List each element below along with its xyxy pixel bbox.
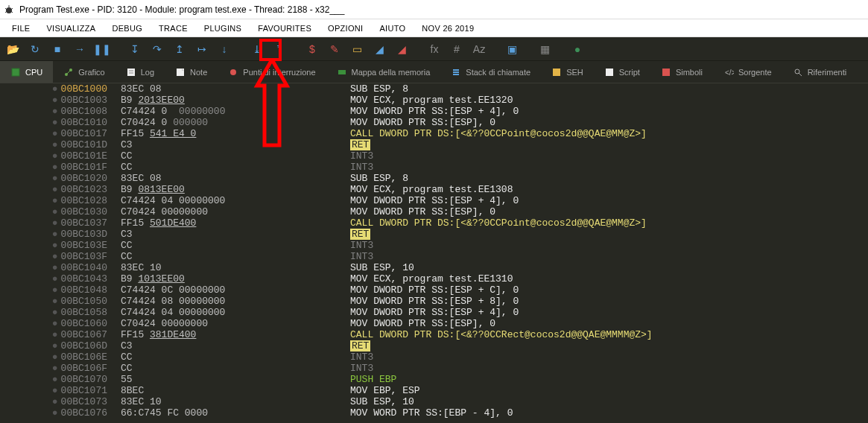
disasm-row[interactable]: ●00BC1043B9 1013EE00MOV ECX, program tes… [0,273,868,284]
disasm-row[interactable]: ●00BC106FCCINT3 [0,363,868,374]
tab-seh[interactable]: SEH [541,61,594,83]
tab-riferimenti[interactable]: Riferimenti [782,61,858,83]
breakpoint-dot[interactable]: ● [52,374,58,385]
disasm-row[interactable]: ●00BC1023B9 0813EE00MOV ECX, program tes… [0,184,868,195]
step-out-icon[interactable]: ↥ [171,41,188,57]
breakpoint-dot[interactable]: ● [52,139,58,150]
breakpoint-dot[interactable]: ● [52,95,58,106]
breakpoint-dot[interactable]: ● [52,128,58,139]
disasm-row[interactable]: ●00BC103ECCINT3 [0,240,868,251]
breakpoint-dot[interactable]: ● [52,217,58,229]
menu-file[interactable]: FILE [4,22,37,35]
menu-aiuto[interactable]: AIUTO [372,22,413,35]
step-down-icon[interactable]: ↓ [216,41,232,57]
breakpoint-dot[interactable]: ● [52,318,58,329]
disasm-row[interactable]: ●00BC106ECCINT3 [0,352,868,363]
folder-open-icon[interactable]: 📂 [4,41,21,57]
patch-list-icon[interactable]: ▭ [349,41,365,57]
trace-over-icon[interactable]: ⤒ [271,41,288,57]
disasm-row[interactable]: ●00BC1003B9 2013EE00MOV ECX, program tes… [0,95,868,106]
menu-favourites[interactable]: FAVOURITES [250,22,319,35]
disasm-row[interactable]: ●00BC1017FF15 541 E4 0CALL DWORD PTR DS:… [0,128,868,139]
stop-icon[interactable]: ■ [49,41,66,57]
breakpoint-dot[interactable]: ● [52,173,58,184]
patch-edit-icon[interactable]: ✎ [326,41,343,57]
breakpoint-dot[interactable]: ● [52,262,58,273]
breakpoint-dot[interactable]: ● [52,150,58,162]
tab-mappa-della-memoria[interactable]: Mappa della memoria [326,61,441,83]
breakpoint-dot[interactable]: ● [52,117,58,128]
disasm-row[interactable]: ●00BC1008C74424 0 00000000MOV DWORD PTR … [0,106,868,117]
menu-visualizza[interactable]: VISUALIZZA [39,22,103,35]
trace-into-icon[interactable]: ⤓ [249,41,265,57]
disasm-row[interactable]: ●00BC1067FF15 381DE400CALL DWORD PTR DS:… [0,329,868,340]
breakpoint-dot[interactable]: ● [52,307,58,318]
breakpoint-dot[interactable]: ● [52,396,58,407]
disasm-row[interactable]: ●00BC103FCCINT3 [0,251,868,262]
disasm-row[interactable]: ●00BC107383EC 10SUB ESP, 10 [0,396,868,407]
breakpoint-dot[interactable]: ● [52,162,58,173]
breakpoint-dot[interactable]: ● [52,206,58,217]
disasm-row[interactable]: ●00BC104083EC 10SUB ESP, 10 [0,262,868,273]
disasm-row[interactable]: ●00BC107666:C745 FC 0000MOV WORD PTR SS:… [0,407,868,419]
tab-punti-di-interruzione[interactable]: Punti di interruzione [218,61,326,83]
tab-cpu[interactable]: CPU [0,61,53,83]
breakpoint-dot[interactable]: ● [52,106,58,117]
breakpoint-dot[interactable]: ● [52,340,58,352]
az-icon[interactable]: Aᴢ [471,41,487,57]
disasm-row[interactable]: ●00BC101FCCINT3 [0,162,868,173]
globe-icon[interactable]: ● [569,41,586,57]
tab-script[interactable]: Script [594,61,650,83]
disasm-row[interactable]: ●00BC1028C74424 04 00000000MOV DWORD PTR… [0,195,868,206]
breakpoint-dot[interactable]: ● [52,329,58,340]
restart-icon[interactable]: ↻ [27,41,43,57]
step-into-icon[interactable]: ↧ [127,41,143,57]
disasm-row[interactable]: ●00BC107055PUSH EBP [0,374,868,385]
tab-grafico[interactable]: Grafico [53,61,115,83]
disasm-row[interactable]: ●00BC10718BECMOV EBP, ESP [0,385,868,396]
screen-icon[interactable]: ▣ [504,41,520,57]
breakpoint-dot[interactable]: ● [52,184,58,195]
disasm-row[interactable]: ●00BC1050C74424 08 00000000MOV DWORD PTR… [0,296,868,307]
disasm-row[interactable]: ●00BC1048C74424 0C 00000000MOV DWORD PTR… [0,284,868,296]
calc-icon[interactable]: ▦ [536,41,553,57]
disasm-row[interactable]: ●00BC1010C70424 0 000000MOV DWORD PTR SS… [0,117,868,128]
breakpoint-dot[interactable]: ● [52,363,58,374]
patch-dollar-icon[interactable]: $ [304,41,320,57]
disasm-row[interactable]: ●00BC1030C70424 00000000MOV DWORD PTR SS… [0,206,868,217]
breakpoint-dot[interactable]: ● [52,195,58,206]
disasm-row[interactable]: ●00BC103DC3RET [0,229,868,240]
patch-red-icon[interactable]: ◢ [393,41,410,57]
pause-icon[interactable]: ❚❚ [94,41,110,57]
fx-icon[interactable]: fx [426,41,443,57]
breakpoint-dot[interactable]: ● [52,296,58,307]
menu-nov-26-2019[interactable]: NOV 26 2019 [414,22,481,35]
disasm-row[interactable]: ●00BC1037FF15 501DE400CALL DWORD PTR DS:… [0,217,868,229]
breakpoint-dot[interactable]: ● [52,352,58,363]
tab-stack-di-chiamate[interactable]: Stack di chiamate [440,61,541,83]
tab-sorgente[interactable]: </>Sorgente [713,61,782,83]
breakpoint-dot[interactable]: ● [52,284,58,296]
tab-note[interactable]: Note [165,61,218,83]
breakpoint-dot[interactable]: ● [52,240,58,251]
breakpoint-dot[interactable]: ● [52,273,58,284]
tab-log[interactable]: Log [115,61,165,83]
disassembly-view[interactable]: ●00BC100083EC 08SUB ESP, 8●00BC1003B9 20… [0,83,868,423]
breakpoint-dot[interactable]: ● [52,407,58,419]
menu-debug[interactable]: DEBUG [104,22,150,35]
run-icon[interactable]: → [72,41,88,57]
hash-icon[interactable]: # [449,41,465,57]
step-icon[interactable]: ↦ [194,41,210,57]
disasm-row[interactable]: ●00BC106DC3RET [0,340,868,352]
breakpoint-dot[interactable]: ● [52,251,58,262]
menu-plugins[interactable]: PLUGINS [197,22,249,35]
disasm-row[interactable]: ●00BC101ECCINT3 [0,150,868,162]
disasm-row[interactable]: ●00BC101DC3RET [0,139,868,150]
breakpoint-dot[interactable]: ● [52,229,58,240]
breakpoint-dot[interactable]: ● [52,83,58,95]
patch-blue-icon[interactable]: ◢ [371,41,387,57]
menu-opzioni[interactable]: OPZIONI [320,22,370,35]
menu-trace[interactable]: TRACE [151,22,195,35]
disasm-row[interactable]: ●00BC1060C70424 00000000MOV DWORD PTR SS… [0,318,868,329]
breakpoint-dot[interactable]: ● [52,385,58,396]
